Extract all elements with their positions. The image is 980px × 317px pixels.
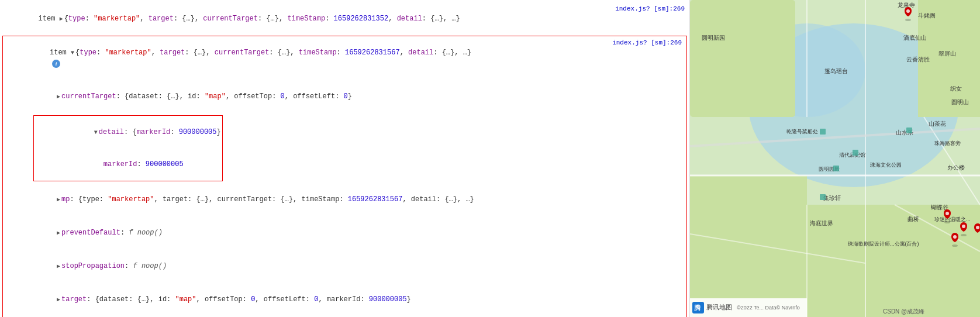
- target-row: ▶target: {dataset: {…}, id: "map", offse…: [3, 283, 686, 316]
- svg-text:腾: 腾: [694, 304, 701, 311]
- svg-point-43: [906, 9, 910, 13]
- svg-text:腾讯地图: 腾讯地图: [706, 304, 732, 311]
- detail-section: ▼detail: {markerId: 900000005} markerId:…: [3, 113, 686, 183]
- svg-rect-40: [820, 194, 826, 200]
- svg-point-47: [962, 225, 965, 228]
- svg-text:珍迷的温暖之...: 珍迷的温暖之...: [934, 216, 971, 222]
- item-label: item: [39, 15, 60, 23]
- stop-propagation-row: ▶stopPropagation: f noop(): [3, 250, 686, 283]
- svg-text:龙泉寺: 龙泉寺: [898, 2, 915, 8]
- svg-rect-6: [690, 175, 807, 317]
- marker-id-row: markerId: 900000005: [35, 149, 221, 180]
- svg-text:翠屏山: 翠屏山: [938, 50, 956, 57]
- svg-text:珠海歌剧院设计师...公寓(百合): 珠海歌剧院设计师...公寓(百合): [848, 241, 919, 247]
- svg-point-49: [953, 235, 957, 239]
- svg-text:珠海文化公园: 珠海文化公园: [870, 162, 902, 168]
- svg-text:乾隆号桨船处: 乾隆号桨船处: [786, 129, 818, 135]
- map-svg: 圆明新园 龙泉寺 斗姥阁 滴底仙山 云香清胜 篷岛瑶台 翠屏山 织女 圆明山 乾…: [690, 0, 980, 317]
- block-header-text: item ▼{type: "markertap", target: {…}, c…: [8, 37, 608, 80]
- current-target-row: ▶currentTarget: {dataset: {…}, id: "map"…: [3, 80, 686, 113]
- svg-text:清代后妃馆: 清代后妃馆: [839, 152, 865, 158]
- detail-inner-highlight: ▼detail: {markerId: 900000005} markerId:…: [33, 115, 223, 181]
- svg-rect-37: [820, 129, 826, 135]
- detail-row: ▼detail: {markerId: 900000005}: [35, 116, 221, 149]
- source-link-1[interactable]: index.js? [sm]:269: [615, 3, 685, 14]
- svg-point-46: [961, 234, 967, 236]
- svg-text:珠海路客旁: 珠海路客旁: [934, 140, 961, 146]
- svg-text:圆明山: 圆明山: [951, 99, 969, 105]
- svg-rect-41: [906, 128, 912, 133]
- svg-point-45: [946, 212, 949, 215]
- svg-text:曲桥: 曲桥: [907, 216, 919, 222]
- devtools-panel: item ▶{type: "markertap", target: {…}, c…: [0, 0, 690, 317]
- svg-point-50: [976, 226, 979, 229]
- console-line-1-text: item ▶{type: "markertap", target: {…}, c…: [5, 3, 610, 35]
- svg-text:办公楼: 办公楼: [947, 164, 965, 171]
- console-line-1: item ▶{type: "markertap", target: {…}, c…: [0, 2, 689, 36]
- svg-text:滴底仙山: 滴底仙山: [903, 35, 927, 41]
- svg-text:斗姥阁: 斗姥阁: [918, 12, 936, 19]
- map-panel: 圆明新园 龙泉寺 斗姥阁 滴底仙山 云香清胜 篷岛瑶台 翠屏山 织女 圆明山 乾…: [690, 0, 980, 317]
- prevent-default-row: ▶preventDefault: f noop(): [3, 216, 686, 250]
- source-link-2[interactable]: index.js? [sm]:269: [612, 37, 682, 48]
- svg-text:云香清胜: 云香清胜: [906, 56, 930, 63]
- svg-point-42: [905, 19, 911, 21]
- svg-point-48: [952, 244, 958, 247]
- info-icon: i: [52, 60, 60, 68]
- block-header-line: item ▼{type: "markertap", target: {…}, c…: [3, 36, 686, 80]
- svg-rect-38: [853, 150, 858, 156]
- svg-text:山茶花: 山茶花: [929, 120, 946, 127]
- svg-text:织女: 织女: [950, 85, 962, 92]
- svg-text:蝴蝶谷: 蝴蝶谷: [931, 204, 948, 211]
- console-content: item ▶{type: "markertap", target: {…}, c…: [0, 0, 689, 317]
- place-yuanming: 圆明新园: [702, 35, 725, 41]
- svg-rect-39: [833, 166, 839, 171]
- arrow-closed-1[interactable]: ▶: [60, 16, 63, 22]
- svg-text:海底世界: 海底世界: [810, 220, 833, 226]
- mp-row: ▶mp: {type: "markertap", target: {…}, cu…: [3, 183, 686, 216]
- svg-text:集珍轩: 集珍轩: [823, 195, 841, 201]
- highlighted-block: item ▼{type: "markertap", target: {…}, c…: [2, 36, 687, 317]
- svg-text:©2022 Te... Data© NavInfo: ©2022 Te... Data© NavInfo: [737, 305, 800, 311]
- csdn-credit: CSDN @成茂峰: [883, 308, 924, 315]
- arrow-open-block[interactable]: ▼: [71, 50, 74, 56]
- svg-text:篷岛瑶台: 篷岛瑶台: [824, 68, 848, 74]
- svg-point-44: [944, 221, 950, 223]
- svg-rect-3: [690, 0, 795, 117]
